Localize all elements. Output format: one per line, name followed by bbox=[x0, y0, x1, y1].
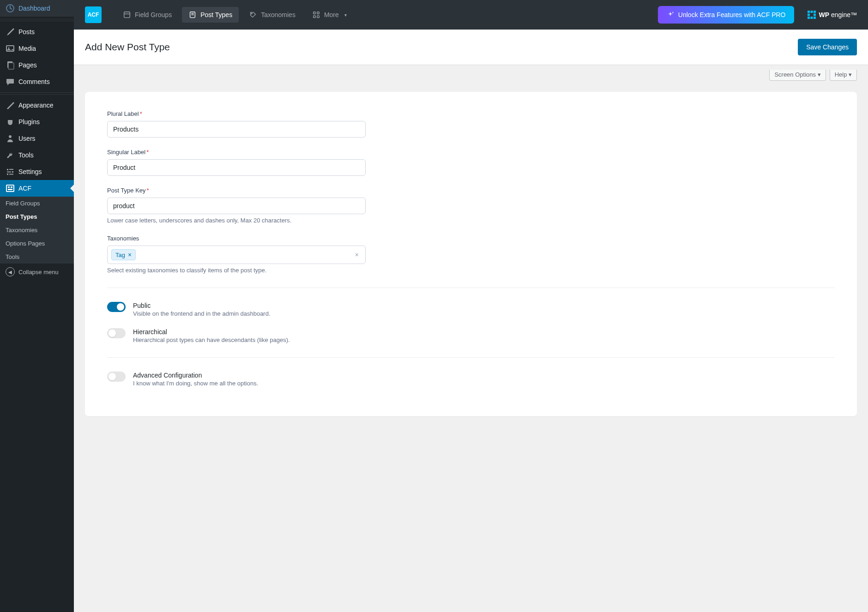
tools-icon bbox=[6, 150, 15, 160]
screen-options-tab[interactable]: Screen Options ▾ bbox=[769, 70, 826, 81]
taxonomy-chip: Tag × bbox=[111, 249, 136, 260]
advanced-toggle[interactable] bbox=[107, 372, 126, 382]
topnav-post-types[interactable]: Post Types bbox=[182, 7, 239, 23]
main-area: ACF Field Groups Post Types Taxonomies M… bbox=[74, 0, 868, 612]
svg-rect-31 bbox=[808, 17, 810, 19]
svg-point-21 bbox=[252, 13, 253, 14]
svg-rect-8 bbox=[7, 172, 11, 173]
advanced-toggle-row: Advanced Configuration I know what I'm d… bbox=[107, 372, 835, 387]
svg-rect-1 bbox=[6, 46, 14, 51]
taxonomies-icon bbox=[249, 11, 257, 19]
divider bbox=[107, 288, 835, 288]
plural-label-label: Plural Label* bbox=[107, 110, 366, 117]
topnav-taxonomies[interactable]: Taxonomies bbox=[242, 7, 302, 23]
media-icon bbox=[6, 44, 15, 53]
svg-rect-12 bbox=[6, 185, 14, 192]
posts-icon bbox=[6, 27, 15, 36]
public-toggle[interactable] bbox=[107, 302, 126, 312]
sidebar-item-media[interactable]: Media bbox=[0, 40, 74, 57]
public-title: Public bbox=[133, 302, 271, 309]
pages-icon bbox=[6, 60, 15, 70]
taxonomies-help: Select existing taxonomies to classify i… bbox=[107, 267, 366, 274]
screen-options-row: Screen Options ▾ Help ▾ bbox=[74, 65, 868, 81]
save-changes-button[interactable]: Save Changes bbox=[798, 39, 857, 55]
plural-label-input[interactable] bbox=[107, 121, 366, 138]
sidebar-item-users[interactable]: Users bbox=[0, 130, 74, 147]
wp-sidebar: Dashboard Posts Media Pages Comments App… bbox=[0, 0, 74, 612]
form-card: Plural Label* Singular Label* Post Type … bbox=[85, 92, 857, 416]
help-tab[interactable]: Help ▾ bbox=[830, 70, 857, 81]
public-desc: Visible on the frontend and in the admin… bbox=[133, 310, 271, 317]
svg-rect-9 bbox=[12, 171, 13, 173]
wpengine-logo[interactable]: WP engine™ bbox=[807, 10, 857, 19]
sidebar-item-comments[interactable]: Comments bbox=[0, 73, 74, 90]
svg-rect-16 bbox=[124, 12, 130, 18]
submenu-post-types[interactable]: Post Types bbox=[0, 210, 74, 223]
sidebar-item-plugins[interactable]: Plugins bbox=[0, 114, 74, 130]
acf-icon bbox=[6, 184, 15, 193]
svg-rect-24 bbox=[313, 16, 316, 18]
public-toggle-row: Public Visible on the frontend and in th… bbox=[107, 302, 835, 317]
sparkle-icon bbox=[666, 11, 675, 19]
acf-logo[interactable]: ACF bbox=[85, 6, 102, 23]
taxonomies-group: Taxonomies Tag × × Select existing taxon… bbox=[107, 235, 366, 274]
submenu-options-pages[interactable]: Options Pages bbox=[0, 237, 74, 250]
users-icon bbox=[6, 134, 15, 143]
svg-rect-4 bbox=[8, 63, 14, 69]
taxonomies-label: Taxonomies bbox=[107, 235, 366, 242]
svg-rect-27 bbox=[810, 11, 813, 13]
svg-rect-22 bbox=[313, 12, 316, 14]
post-type-key-input[interactable] bbox=[107, 198, 366, 214]
taxonomies-select[interactable]: Tag × × bbox=[107, 246, 366, 264]
sidebar-item-appearance[interactable]: Appearance bbox=[0, 97, 74, 114]
hierarchical-toggle-row: Hierarchical Hierarchical post types can… bbox=[107, 328, 835, 343]
svg-rect-11 bbox=[9, 174, 13, 175]
hierarchical-title: Hierarchical bbox=[133, 328, 290, 336]
svg-rect-15 bbox=[8, 189, 12, 190]
svg-rect-26 bbox=[808, 11, 810, 13]
advanced-title: Advanced Configuration bbox=[133, 372, 258, 379]
svg-rect-6 bbox=[7, 169, 8, 170]
post-type-key-help: Lower case letters, underscores and dash… bbox=[107, 217, 366, 224]
svg-rect-29 bbox=[808, 14, 810, 16]
page-title: Add New Post Type bbox=[85, 42, 170, 53]
submenu-field-groups[interactable]: Field Groups bbox=[0, 197, 74, 210]
svg-rect-30 bbox=[814, 14, 816, 16]
svg-rect-7 bbox=[9, 169, 13, 170]
content-area: Plural Label* Singular Label* Post Type … bbox=[74, 81, 868, 427]
sidebar-item-settings[interactable]: Settings bbox=[0, 163, 74, 180]
svg-rect-28 bbox=[814, 11, 816, 13]
divider bbox=[107, 357, 835, 358]
sidebar-item-tools[interactable]: Tools bbox=[0, 147, 74, 163]
submenu-taxonomies[interactable]: Taxonomies bbox=[0, 223, 74, 237]
singular-label-group: Singular Label* bbox=[107, 149, 366, 176]
submenu-tools[interactable]: Tools bbox=[0, 250, 74, 264]
svg-rect-23 bbox=[317, 12, 319, 14]
svg-rect-33 bbox=[814, 17, 816, 19]
clear-select-icon[interactable]: × bbox=[352, 251, 362, 258]
collapse-menu[interactable]: ◀ Collapse menu bbox=[0, 264, 74, 280]
sidebar-item-pages[interactable]: Pages bbox=[0, 57, 74, 73]
topnav-more[interactable]: More ▾ bbox=[306, 7, 353, 23]
svg-rect-25 bbox=[317, 16, 319, 18]
page-header: Add New Post Type Save Changes bbox=[74, 30, 868, 65]
post-type-key-group: Post Type Key* Lower case letters, under… bbox=[107, 187, 366, 224]
acf-topbar: ACF Field Groups Post Types Taxonomies M… bbox=[74, 0, 868, 30]
plural-label-group: Plural Label* bbox=[107, 110, 366, 138]
svg-rect-10 bbox=[7, 174, 8, 175]
advanced-desc: I know what I'm doing, show me all the o… bbox=[133, 380, 258, 387]
field-groups-icon bbox=[123, 11, 131, 19]
topnav-field-groups[interactable]: Field Groups bbox=[116, 7, 178, 23]
more-icon bbox=[312, 11, 320, 19]
collapse-icon: ◀ bbox=[6, 267, 15, 276]
unlock-pro-button[interactable]: Unlock Extra Features with ACF PRO bbox=[658, 6, 794, 24]
sidebar-item-acf[interactable]: ACF bbox=[0, 180, 74, 197]
sidebar-item-dashboard[interactable]: Dashboard bbox=[0, 0, 74, 17]
singular-label-input[interactable] bbox=[107, 159, 366, 176]
remove-chip-icon[interactable]: × bbox=[128, 251, 132, 258]
hierarchical-toggle[interactable] bbox=[107, 328, 126, 338]
svg-point-5 bbox=[9, 135, 12, 138]
post-types-icon bbox=[188, 11, 197, 19]
sidebar-item-posts[interactable]: Posts bbox=[0, 24, 74, 40]
post-type-key-label: Post Type Key* bbox=[107, 187, 366, 194]
